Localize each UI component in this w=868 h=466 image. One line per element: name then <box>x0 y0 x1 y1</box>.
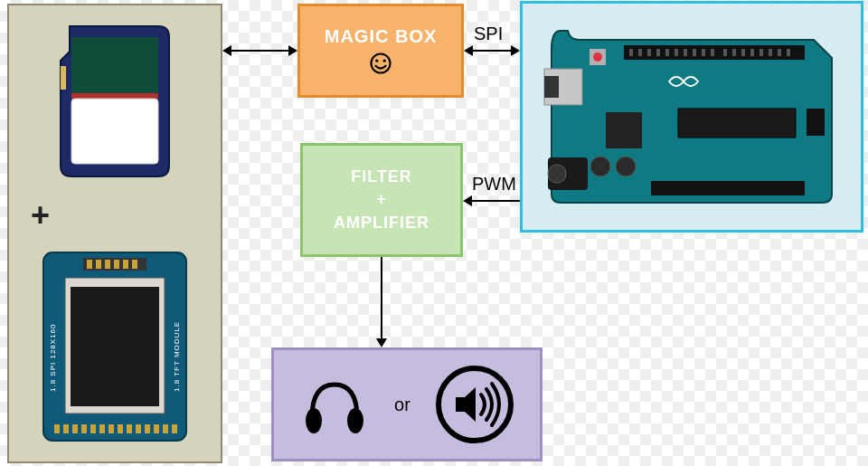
svg-rect-64 <box>787 49 790 56</box>
plus-symbol: + <box>31 196 50 234</box>
speaker-icon <box>434 364 515 445</box>
svg-rect-7 <box>96 260 101 269</box>
magic-box: MAGIC BOX <box>297 4 464 98</box>
tft-label-left: 1.8 SPI 128X160 <box>49 310 57 392</box>
svg-rect-13 <box>71 287 159 406</box>
svg-rect-0 <box>71 37 158 93</box>
headphones-icon <box>298 368 371 441</box>
svg-rect-21 <box>118 424 123 433</box>
arduino-board-icon <box>542 22 841 212</box>
svg-rect-16 <box>72 424 78 433</box>
svg-rect-48 <box>638 49 642 56</box>
filter-amplifier-box: FILTER + AMPLIFIER <box>300 143 463 257</box>
svg-rect-53 <box>684 49 687 56</box>
arrow-filter-output <box>381 257 382 338</box>
svg-rect-10 <box>123 260 128 269</box>
svg-rect-6 <box>87 260 92 269</box>
tft-module-icon: 1.8 SPI 128X160 1.8 TFT MODULE <box>38 247 192 446</box>
svg-rect-3 <box>61 66 66 90</box>
svg-rect-58 <box>732 49 736 56</box>
filter-plus: + <box>376 188 387 211</box>
svg-rect-49 <box>647 49 651 56</box>
arrowhead-left-1 <box>222 45 231 56</box>
svg-point-43 <box>616 157 636 176</box>
svg-rect-20 <box>108 424 114 433</box>
svg-rect-47 <box>629 49 633 56</box>
svg-rect-54 <box>693 49 696 56</box>
smiley-icon <box>368 51 393 76</box>
arduino-box <box>520 1 863 233</box>
svg-point-30 <box>383 59 386 62</box>
svg-rect-2 <box>71 99 158 164</box>
svg-rect-17 <box>81 424 87 433</box>
svg-point-29 <box>375 59 378 62</box>
svg-point-46 <box>593 52 602 62</box>
svg-rect-22 <box>127 424 132 433</box>
svg-rect-57 <box>723 49 727 56</box>
svg-rect-8 <box>105 260 110 269</box>
svg-rect-63 <box>778 49 781 56</box>
amplifier-label: AMPLIFIER <box>334 212 429 234</box>
sd-card-icon <box>52 21 178 184</box>
svg-rect-51 <box>665 49 669 56</box>
svg-rect-27 <box>172 424 177 433</box>
svg-rect-62 <box>769 49 772 56</box>
svg-rect-18 <box>90 424 96 433</box>
svg-rect-56 <box>711 49 714 56</box>
svg-rect-14 <box>54 424 60 433</box>
svg-rect-52 <box>675 49 678 56</box>
svg-rect-19 <box>99 424 105 433</box>
svg-rect-44 <box>807 109 825 136</box>
magic-box-label: MAGIC BOX <box>325 26 438 47</box>
svg-rect-40 <box>678 109 796 138</box>
svg-rect-23 <box>136 424 141 433</box>
arrowhead-left-2 <box>464 45 473 56</box>
svg-rect-50 <box>656 49 660 56</box>
filter-label: FILTER <box>351 166 412 188</box>
svg-rect-41 <box>606 112 642 148</box>
svg-point-42 <box>590 157 610 176</box>
pwm-label: PWM <box>472 174 516 195</box>
svg-rect-15 <box>63 424 69 433</box>
svg-point-37 <box>548 165 566 183</box>
storage-display-panel: + 1.8 SPI 128X160 1.8 TFT MO <box>7 4 222 463</box>
spi-label: SPI <box>474 24 503 44</box>
arrow-arduino-filter <box>472 200 520 202</box>
svg-point-32 <box>347 408 363 433</box>
svg-rect-55 <box>702 49 705 56</box>
svg-rect-59 <box>741 49 745 56</box>
tft-label-right: 1.8 TFT MODULE <box>173 310 181 392</box>
arrowhead-right-2 <box>511 45 520 56</box>
arrowhead-down-1 <box>376 338 387 347</box>
svg-rect-60 <box>750 49 754 56</box>
audio-output-box: or <box>271 347 542 461</box>
svg-rect-11 <box>132 260 137 269</box>
arrow-panel-magicbox <box>231 50 288 52</box>
svg-rect-9 <box>114 260 119 269</box>
svg-rect-25 <box>154 424 159 433</box>
svg-rect-26 <box>163 424 168 433</box>
svg-point-28 <box>372 53 391 72</box>
svg-rect-1 <box>71 93 158 99</box>
svg-rect-35 <box>544 76 559 98</box>
svg-rect-61 <box>760 49 763 56</box>
arrowhead-right-1 <box>288 45 297 56</box>
arrowhead-left-3 <box>463 195 472 206</box>
svg-rect-24 <box>145 424 150 433</box>
svg-rect-39 <box>651 181 805 195</box>
or-label: or <box>394 395 410 415</box>
arrow-magicbox-arduino <box>473 50 511 52</box>
svg-point-31 <box>306 408 322 433</box>
